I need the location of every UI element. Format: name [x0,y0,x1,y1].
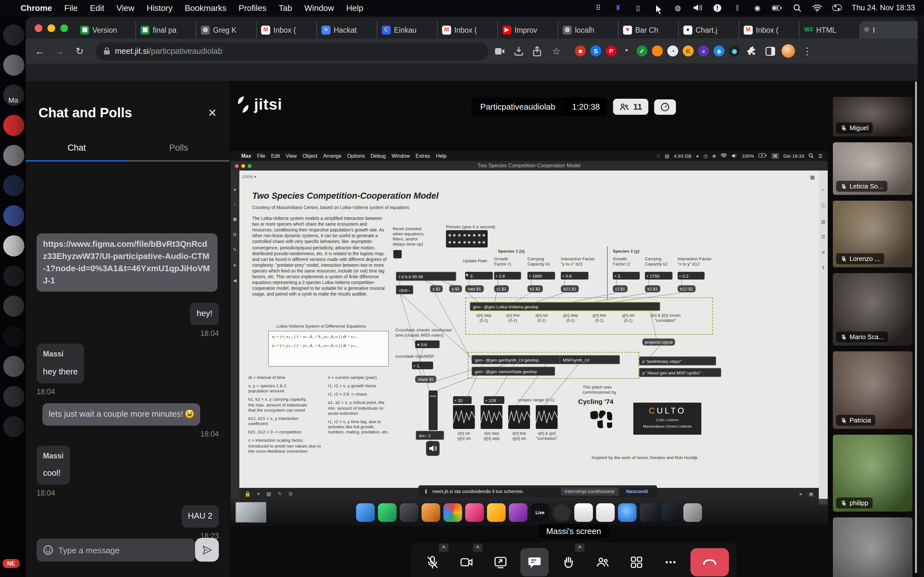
dock-app-icon[interactable] [3,115,24,136]
bookmark-star-icon[interactable]: ☆ [549,43,564,59]
spotlight-icon[interactable] [792,3,803,13]
menu-item-view[interactable]: View [116,3,134,13]
emoji-picker-icon[interactable] [43,545,53,555]
share-screen-button[interactable] [486,548,515,576]
extension-icon[interactable] [652,45,663,56]
share-icon[interactable] [530,44,544,58]
reactions-caret[interactable]: ^ [575,544,585,552]
extension-icon[interactable]: ✓ [636,45,648,56]
battery-charging-icon[interactable] [772,3,782,13]
back-button[interactable]: ← [32,43,47,59]
participants-count-pill[interactable]: 11 [614,99,649,115]
close-window-button[interactable] [35,24,42,32]
menu-item-profiles[interactable]: Profiles [239,3,267,13]
menu-item-chrome[interactable]: Chrome [21,3,52,13]
extension-icon[interactable]: S [590,45,601,56]
dock-app-icon[interactable] [3,386,24,407]
menu-item-tab[interactable]: Tab [279,3,292,13]
extension-icon[interactable]: ■ [575,45,586,56]
browser-tab[interactable]: ▶ Improv [497,21,557,39]
shared-screen-video[interactable]: Max File Edit View Object Arrange Option… [230,151,828,526]
tile-view-button[interactable] [622,548,651,576]
chrome-menu-kebab-icon[interactable]: ⋮ [800,43,815,59]
extension-icon[interactable]: * [621,45,632,56]
browser-tab[interactable]: ▦ final pa [136,21,196,39]
menu-item-bookmarks[interactable]: Bookmarks [185,3,226,13]
participant-tile[interactable]: Sasha [833,517,913,577]
participant-tile[interactable]: Patricia [833,351,913,429]
dock-app-icon[interactable] [3,356,24,377]
menu-item-help[interactable]: Help [346,3,363,13]
alert-icon[interactable] [712,3,723,13]
control-center-icon[interactable] [832,3,842,13]
participant-tile[interactable]: philipp [833,435,913,512]
display-icon[interactable]: ▯ [633,3,643,13]
dock-app-icon[interactable] [3,235,24,256]
minimize-window-button[interactable] [47,24,55,32]
onepassword-icon[interactable]: ◍ [673,3,683,13]
stop-sharing-button[interactable]: Interrompi condivisione [561,487,618,496]
volume-icon[interactable] [693,3,703,13]
dock-app-icon[interactable] [3,326,24,347]
dock-app-icon[interactable] [3,175,24,196]
mic-options-caret[interactable]: ^ [439,544,449,552]
hide-button[interactable]: Nascondi [624,487,651,496]
participant-tile[interactable]: Leticia So... [833,142,913,195]
dock-app-icon[interactable] [3,416,24,437]
hang-up-button[interactable] [690,548,729,576]
participant-tile[interactable]: Miguel [833,97,913,137]
dock-app-icon[interactable] [3,205,24,226]
chat-button[interactable] [520,548,549,576]
extension-icon[interactable]: ◆ [714,45,724,56]
browser-tab[interactable]: ♥ Bar Ch [618,21,678,39]
camera-options-caret[interactable]: ^ [473,544,483,552]
browser-tab[interactable]: ● Chart.j [678,21,738,39]
participant-tile[interactable]: Mario Sca... [833,273,913,346]
camera-button[interactable]: ^ [452,548,481,576]
bluetooth-icon[interactable]: ᛒ [732,3,743,13]
zoom-window-button[interactable] [60,24,68,32]
browser-tab[interactable]: ≡ Hackat [317,21,376,39]
raise-hand-button[interactable]: ^ [554,548,583,576]
participant-tile[interactable]: Lorenzo ... [833,201,913,268]
chat-input[interactable]: Type a message [37,538,195,562]
browser-tab[interactable]: M Inbox ( [738,21,799,39]
wifi-icon[interactable] [812,3,822,13]
reload-button[interactable]: ↻ [72,43,87,59]
participants-button[interactable] [588,548,617,576]
menu-item-history[interactable]: History [147,3,173,13]
menu-item-window[interactable]: Window [304,3,334,13]
side-panel-icon[interactable] [763,44,777,58]
extensions-puzzle-icon[interactable] [744,44,758,58]
dock-app-icon[interactable] [3,295,24,317]
dock-app-icon[interactable] [3,145,24,166]
page-scrollbar[interactable] [915,81,917,573]
browser-tab[interactable]: M Inbox ( [437,21,497,39]
alfred-icon[interactable]: ♜ [613,3,624,13]
browser-tab[interactable]: C Einkau [376,21,437,39]
browser-tab[interactable]: W3 HTML [799,21,859,39]
pause-icon[interactable]: ‖ [425,488,427,495]
extension-icon[interactable]: ◉ [729,45,740,56]
menu-item-edit[interactable]: Edit [90,3,104,13]
more-actions-button[interactable] [656,548,685,576]
microphone-muted-button[interactable]: ^ [418,548,447,576]
profile-avatar[interactable] [782,44,795,58]
browser-tab[interactable]: M Inbox ( [256,21,317,39]
performance-pill[interactable] [654,99,676,114]
extension-icon[interactable]: ● [698,45,709,56]
browser-tab[interactable]: ◍ localh [557,21,618,39]
browser-tab-active-jitsi[interactable]: ✻ I ✕ [859,21,918,39]
send-message-button[interactable] [195,538,219,562]
chat-message-link[interactable]: https://www.figma.com/file/bBvRt3QnRcdz3… [37,234,218,292]
browser-tab[interactable]: ▦ Version [76,21,136,39]
tab-camera-indicator-icon[interactable] [493,44,507,58]
screen-record-icon[interactable]: ◉ [752,3,762,13]
keystroke-grid-icon[interactable]: ⠿ [593,3,604,13]
browser-tab[interactable]: ◍ Greg K [196,21,256,39]
dock-app-icon[interactable] [3,24,24,45]
menu-item-file[interactable]: File [64,3,78,13]
forward-button[interactable]: → [52,43,67,59]
extension-icon[interactable]: P [606,45,617,56]
dock-app-icon[interactable] [3,55,24,76]
